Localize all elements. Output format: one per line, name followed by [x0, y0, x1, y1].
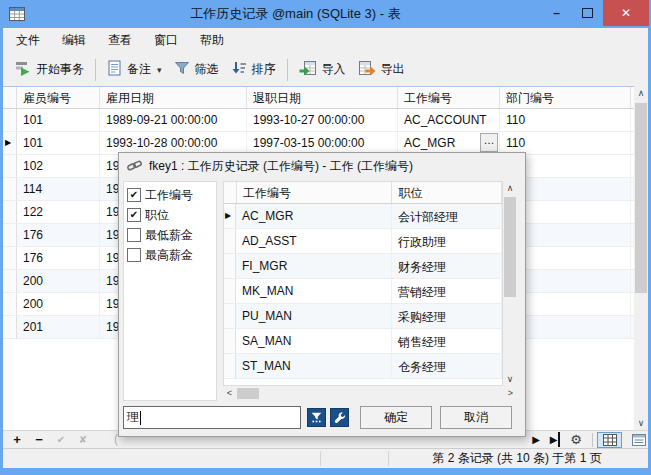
ok-button[interactable]: 确定 [360, 406, 432, 429]
grid-cell[interactable]: 176 [17, 224, 100, 246]
add-row-button[interactable]: + [8, 431, 26, 449]
grid-cell[interactable]: 200 [17, 293, 100, 315]
import-button[interactable]: 导入 [293, 57, 352, 82]
maximize-button[interactable] [572, 0, 603, 26]
grid-cell[interactable]: AC_ACCOUNT [398, 109, 500, 131]
grid-cell[interactable]: 114 [17, 178, 100, 200]
lookup-row[interactable]: MK_MAN营销经理 [224, 279, 502, 304]
last-record-button[interactable]: ▶ [546, 431, 564, 449]
checkbox-unchecked-icon[interactable] [127, 248, 141, 262]
field-checkbox-row[interactable]: ✔工作编号 [124, 185, 216, 205]
grid-cell[interactable]: 101 [17, 109, 100, 131]
row-selector[interactable] [3, 201, 17, 223]
scrollbar-thumb[interactable] [635, 103, 647, 293]
lookup-cell[interactable]: 行政助理 [392, 229, 502, 253]
grid-cell[interactable]: 1989-09-21 00:00:00 [100, 109, 247, 131]
row-selector[interactable]: ▶ [224, 204, 236, 228]
vertical-scrollbar[interactable]: ∧ ∨ [634, 86, 648, 430]
lookup-cell[interactable]: 采购经理 [392, 304, 502, 328]
filter-button[interactable]: 筛选 [168, 57, 225, 82]
scroll-left-button[interactable]: < [223, 387, 236, 400]
lookup-cell[interactable]: AC_MGR [236, 204, 392, 228]
grid-cell[interactable]: 101 [17, 132, 100, 154]
grid-view-button[interactable] [597, 432, 622, 448]
row-selector[interactable] [3, 270, 17, 292]
title-bar[interactable]: 工作历史记录 @main (SQLite 3) - 表 – ✕ [0, 0, 651, 28]
begin-transaction-button[interactable]: 开始事务 [9, 57, 90, 82]
settings-gear-button[interactable]: ⚙ [567, 431, 585, 449]
column-header[interactable]: 退职日期 [247, 87, 398, 108]
column-header[interactable]: 工作编号 [237, 182, 392, 203]
row-selector[interactable]: ▶ [3, 132, 17, 154]
rollback-icon[interactable]: ✘ [74, 431, 92, 449]
grid-cell[interactable]: 110 [500, 109, 631, 131]
lookup-cell[interactable]: 财务经理 [392, 254, 502, 278]
delete-row-button[interactable]: − [30, 431, 48, 449]
lookup-cell[interactable]: FI_MGR [236, 254, 392, 278]
column-header[interactable]: 工作编号 [398, 87, 500, 108]
checkbox-unchecked-icon[interactable] [127, 228, 141, 242]
scrollbar-thumb[interactable] [237, 388, 259, 399]
lookup-row[interactable]: ST_MAN仓务经理 [224, 354, 502, 379]
row-selector[interactable] [3, 155, 17, 177]
lookup-cell[interactable]: SA_MAN [236, 329, 392, 353]
lookup-row[interactable]: SA_MAN销售经理 [224, 329, 502, 354]
checkbox-checked-icon[interactable]: ✔ [127, 208, 141, 222]
next-record-button[interactable]: ▶ [527, 431, 545, 449]
checkbox-checked-icon[interactable]: ✔ [127, 188, 141, 202]
notes-button[interactable]: 备注 ▾ [101, 57, 168, 82]
grid-cell[interactable]: 201 [17, 316, 100, 338]
row-selector[interactable] [3, 178, 17, 200]
grid-cell[interactable]: 176 [17, 247, 100, 269]
dialog-horizontal-scrollbar[interactable]: < > [223, 387, 517, 400]
row-selector[interactable] [224, 304, 236, 328]
lookup-cell[interactable]: 会计部经理 [392, 204, 502, 228]
minimize-button[interactable]: – [541, 0, 572, 26]
form-view-button[interactable] [626, 432, 651, 448]
row-selector[interactable] [224, 254, 236, 278]
grid-cell[interactable]: 122 [17, 201, 100, 223]
lookup-cell[interactable]: ST_MAN [236, 354, 392, 378]
scroll-down-button[interactable]: ∨ [634, 416, 648, 430]
lookup-row[interactable]: FI_MGR财务经理 [224, 254, 502, 279]
field-checkbox-row[interactable]: ✔职位 [124, 205, 216, 225]
lookup-row[interactable]: PU_MAN采购经理 [224, 304, 502, 329]
lookup-row[interactable]: AD_ASST行政助理 [224, 229, 502, 254]
fk-editor-button[interactable]: … [480, 133, 498, 152]
row-selector[interactable] [224, 229, 236, 253]
scroll-down-button[interactable]: ∨ [503, 372, 517, 386]
grid-cell[interactable]: 1997-03-15 00:00:00 [247, 132, 398, 154]
row-selector[interactable] [3, 109, 17, 131]
filter-options-button[interactable] [307, 408, 326, 427]
row-selector[interactable] [3, 224, 17, 246]
grid-cell[interactable]: 1993-10-27 00:00:00 [247, 109, 398, 131]
lookup-cell[interactable]: 仓务经理 [392, 354, 502, 378]
row-selector[interactable] [224, 279, 236, 303]
column-header[interactable]: 职位 [392, 182, 502, 203]
export-button[interactable]: 导出 [352, 57, 411, 82]
commit-icon[interactable]: ✔ [52, 431, 70, 449]
row-selector[interactable] [3, 316, 17, 338]
lookup-cell[interactable]: 销售经理 [392, 329, 502, 353]
grid-cell[interactable]: 102 [17, 155, 100, 177]
menu-item-0[interactable]: 文件 [5, 28, 51, 53]
scroll-up-button[interactable]: ∧ [503, 181, 517, 195]
row-selector[interactable] [3, 293, 17, 315]
dialog-vertical-scrollbar[interactable]: ∧ ∨ [503, 181, 517, 386]
lookup-cell[interactable]: PU_MAN [236, 304, 392, 328]
lookup-row[interactable]: ▶AC_MGR会计部经理 [224, 204, 502, 229]
menu-item-3[interactable]: 窗口 [143, 28, 189, 53]
row-selector[interactable] [3, 247, 17, 269]
filter-input[interactable]: 理 [123, 406, 301, 429]
column-header[interactable]: 雇用日期 [100, 87, 247, 108]
column-header[interactable]: 雇员编号 [17, 87, 100, 108]
lookup-cell[interactable]: 营销经理 [392, 279, 502, 303]
scroll-right-button[interactable]: > [504, 387, 517, 400]
scroll-up-button[interactable]: ∧ [634, 86, 648, 100]
close-button[interactable]: ✕ [603, 0, 649, 26]
row-selector[interactable] [224, 329, 236, 353]
cancel-button[interactable]: 取消 [440, 406, 512, 429]
grid-cell[interactable]: 1993-10-28 00:00:00 [100, 132, 247, 154]
field-checkbox-row[interactable]: 最低薪金 [124, 225, 216, 245]
menu-item-4[interactable]: 帮助 [189, 28, 235, 53]
